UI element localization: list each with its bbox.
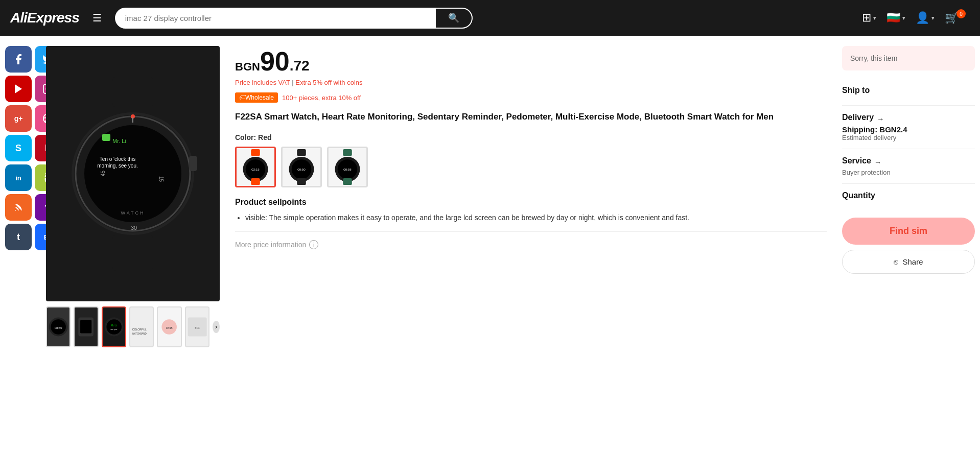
svg-rect-26 — [80, 320, 91, 334]
svg-rect-42 — [297, 149, 306, 156]
skype-icon[interactable]: S — [5, 135, 32, 161]
color-section: Color: Red 02:15 — [235, 133, 827, 187]
delivery-label: Delivery — [842, 113, 874, 122]
right-panel: Sorry, this item Ship to Delivery → Ship… — [837, 41, 980, 352]
price-note: Price includes VAT | Extra 5% off with c… — [235, 79, 827, 86]
estimated-delivery: Estimated delivery — [842, 134, 975, 141]
service-section[interactable]: Service → Buyer protection — [842, 149, 975, 184]
youtube-icon[interactable] — [5, 76, 32, 102]
svg-text:BOX: BOX — [195, 327, 199, 329]
svg-rect-5 — [112, 77, 153, 107]
more-price-info[interactable]: More price information i — [235, 231, 827, 249]
more-price-label: More price information — [235, 241, 306, 249]
sellpoints-title: Product sellpoints — [235, 198, 827, 207]
color-option-green[interactable]: 08:58 — [327, 147, 368, 187]
svg-rect-37 — [251, 149, 260, 156]
svg-text:Mr. Li:: Mr. Li: — [111, 324, 117, 327]
search-button[interactable]: 🔍 — [436, 8, 473, 29]
delivery-row: Delivery → — [842, 113, 975, 125]
svg-rect-46 — [297, 178, 306, 185]
color-option-black[interactable]: 08:50 — [281, 147, 322, 187]
social-row-7: t Bē — [5, 224, 36, 250]
color-option-red[interactable]: 02:15 — [235, 147, 276, 187]
price-decimal: .72 — [290, 58, 310, 74]
svg-rect-12 — [102, 134, 110, 141]
header: AliExpress ☰ 🔍 ⊞ ▾ 🇧🇬 ▾ 👤 ▾ 🛒 0 — [0, 0, 980, 36]
social-row-5: in — [5, 164, 36, 191]
qr-icon[interactable]: ⊞ ▾ — [862, 11, 876, 25]
cart-icon[interactable]: 🛒 0 — [945, 11, 970, 25]
svg-rect-41 — [251, 178, 260, 185]
search-bar: 🔍 — [115, 8, 473, 29]
thumbnail-5[interactable]: 02:15 — [157, 306, 181, 347]
find-similar-button[interactable]: Find sim — [842, 218, 975, 245]
thumbnail-4[interactable]: COLORFULWATCHBAND — [129, 306, 154, 347]
shipping-cost: Shipping: BGN2.4 — [842, 125, 975, 134]
product-info: BGN90.72 Price includes VAT | Extra 5% o… — [225, 41, 837, 352]
user-icon[interactable]: 👤 ▾ — [916, 11, 935, 25]
linkedin-icon[interactable]: in — [5, 164, 32, 191]
delivery-section[interactable]: Delivery → Shipping: BGN2.4 Estimated de… — [842, 106, 975, 149]
svg-point-28 — [106, 319, 122, 335]
sorry-text: Sorry, this item — [850, 54, 897, 62]
svg-text:Ten o 'clock this: Ten o 'clock this — [100, 156, 135, 162]
delivery-arrow: → — [877, 115, 884, 123]
color-label: Color: Red — [235, 133, 827, 141]
price-extra: Extra 5% off with coins — [295, 79, 362, 86]
thumbnails-next-button[interactable]: › — [213, 321, 220, 333]
wholesale-text: 100+ pieces, extra 10% off — [282, 94, 361, 102]
svg-rect-10 — [189, 156, 197, 171]
svg-text:see you.: see you. — [110, 328, 118, 330]
svg-rect-47 — [343, 149, 352, 156]
buyer-protection-label: Buyer protection — [842, 169, 975, 176]
svg-point-4 — [15, 210, 16, 211]
ship-to-section: Ship to — [842, 79, 975, 106]
svg-text:morning,  see you.: morning, see you. — [97, 163, 138, 169]
svg-rect-51 — [343, 178, 352, 185]
facebook-icon[interactable] — [5, 46, 32, 73]
main-product-image: Mr. Li: Ten o 'clock this morning, see y… — [46, 46, 220, 301]
google-plus-icon[interactable]: g+ — [5, 105, 32, 132]
cart-count: 0 — [956, 9, 966, 18]
svg-text:30: 30 — [131, 225, 137, 231]
svg-text:45: 45 — [100, 170, 106, 176]
quantity-label: Quantity — [842, 191, 975, 200]
service-arrow: → — [874, 158, 881, 167]
quantity-section: Quantity — [842, 184, 975, 212]
watch-svg: Mr. Li: Ten o 'clock this morning, see y… — [61, 77, 204, 271]
svg-text:Mr. Li:: Mr. Li: — [112, 138, 128, 144]
share-button[interactable]: ⎋ Share — [842, 250, 975, 274]
svg-text:08:50: 08:50 — [297, 168, 306, 171]
main-content: g+ S P in Y! t Bē — [0, 36, 980, 358]
thumbnail-1[interactable]: 08:50 — [46, 306, 71, 347]
svg-text:08:58: 08:58 — [343, 168, 352, 171]
flag-icon[interactable]: 🇧🇬 ▾ — [886, 11, 905, 25]
tumblr-icon[interactable]: t — [5, 224, 32, 250]
svg-marker-0 — [15, 84, 22, 93]
thumbnails: 08:50 Mr. Li:see you. COLORFULWATCHBAND … — [46, 306, 220, 347]
rss-icon[interactable] — [5, 194, 32, 221]
search-input[interactable] — [115, 8, 436, 29]
product-title: F22SA Smart Watch, Heart Rate Monitoring… — [235, 111, 827, 123]
svg-text:WATCHBAND: WATCHBAND — [132, 333, 147, 335]
svg-rect-21 — [112, 235, 153, 271]
thumbnail-3[interactable]: Mr. Li:see you. — [102, 306, 126, 347]
social-row-3: g+ — [5, 105, 36, 132]
thumbnail-6[interactable]: BOX — [185, 306, 209, 347]
product-image-section: Mr. Li: Ten o 'clock this morning, see y… — [41, 41, 225, 352]
sellpoints-list: visible: The simple operation makes it e… — [235, 212, 827, 223]
share-label: Share — [902, 257, 923, 266]
social-row-1 — [5, 46, 36, 73]
price-main: 90 — [260, 46, 290, 76]
color-options: 02:15 08:50 — [235, 147, 827, 187]
svg-text:08:50: 08:50 — [55, 326, 62, 329]
header-icons: ⊞ ▾ 🇧🇬 ▾ 👤 ▾ 🛒 0 — [862, 11, 970, 25]
social-row-2 — [5, 76, 36, 102]
menu-button[interactable]: ☰ — [87, 9, 107, 27]
thumbnail-2[interactable] — [74, 306, 98, 347]
logo[interactable]: AliExpress — [10, 10, 79, 26]
social-row-4: S P — [5, 135, 36, 161]
ship-to-label: Ship to — [842, 86, 975, 95]
service-row: Service → — [842, 156, 975, 169]
svg-text:WATCH: WATCH — [121, 210, 145, 216]
